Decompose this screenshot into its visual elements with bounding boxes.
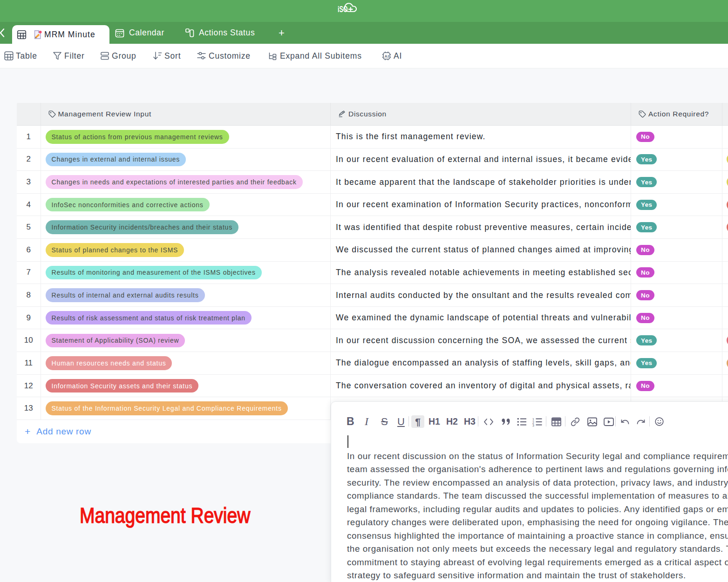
svg-text:1: 1 — [532, 417, 534, 420]
svg-text:AI: AI — [385, 54, 389, 59]
svg-text:3: 3 — [532, 424, 534, 426]
svg-text:iSO: iSO — [338, 4, 348, 14]
